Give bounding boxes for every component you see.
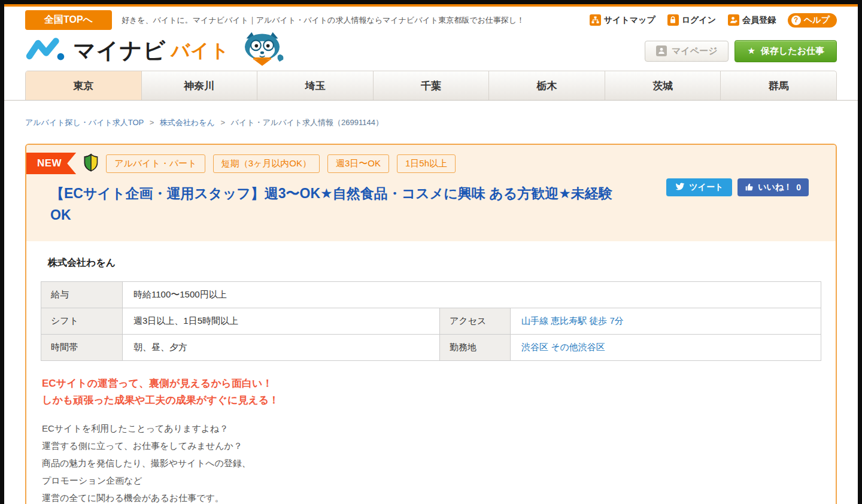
table-row-salary: 給与 時給1100〜1500円以上 [41,282,821,308]
salary-header: 給与 [41,282,123,308]
salary-value: 時給1100〜1500円以上 [123,282,821,308]
header-buttons: マイページ ★ 保存したお仕事 [645,40,837,62]
help-button[interactable]: ？ ヘルプ [788,13,837,28]
job-highlight: ECサイトの運営って、裏側が見えるから面白い！ しかも頑張った成果や工夫の成果が… [42,375,821,408]
breadcrumb-link-top[interactable]: アルバイト探し・バイト求人TOP [25,118,144,127]
member-register-label: 会員登録 [742,15,776,26]
national-top-button[interactable]: 全国TOPへ [25,10,112,30]
tag-employment-type[interactable]: アルバイト・パート [106,154,205,173]
breadcrumb-link-company[interactable]: 株式会社わをん [160,118,215,127]
person-icon [656,45,667,56]
site-tagline: 好きを、バイトに。マイナビバイト｜アルバイト・バイトの求人情報ならマイナビバイト… [122,15,524,26]
tab-kanagawa[interactable]: 神奈川 [141,71,257,100]
help-icon: ？ [791,16,801,25]
prefecture-tabbar-wrap: 東京 神奈川 埼玉 千葉 栃木 茨城 群馬 [4,71,858,101]
table-row-time-location: 時間帯 朝、昼、夕方 勤務地 渋谷区 その他渋谷区 [41,335,821,361]
mynavi-wave-logo-icon [25,35,68,66]
site-header: マイナビ バイト [4,32,858,71]
time-header: 時間帯 [41,335,123,361]
sitemap-icon [590,14,601,26]
like-count: 0 [796,183,801,192]
mypage-button[interactable]: マイページ [645,41,729,62]
job-card: NEW アルバイト・パート 短期（3ヶ月以内OK） 週3日〜OK 1日5h以上 [25,144,837,504]
mascot-character [236,31,289,68]
breadcrumb: アルバイト探し・バイト求人TOP > 株式会社わをん > バイト・アルバイト求人… [25,117,837,128]
member-add-icon [728,14,739,26]
saved-jobs-label: 保存したお仕事 [761,45,824,57]
shift-header: シフト [41,308,123,335]
login-link[interactable]: ログイン [667,14,716,26]
breadcrumb-separator: > [150,118,154,127]
tab-tokyo[interactable]: 東京 [26,71,141,100]
highlight-line: ECサイトの運営って、裏側が見えるから面白い！ [42,375,821,392]
star-icon: ★ [747,45,755,56]
prefecture-tabs: 東京 神奈川 埼玉 千葉 栃木 茨城 群馬 [25,71,837,100]
saved-jobs-button[interactable]: ★ 保存したお仕事 [734,40,837,62]
tab-gunma[interactable]: 群馬 [720,71,836,100]
sitemap-label: サイトマップ [604,15,655,26]
access-station-link[interactable]: 山手線 恵比寿駅 徒歩 7分 [521,315,624,326]
breadcrumb-current: バイト・アルバイト求人情報（26991144） [231,118,383,127]
tag-hours-per-day[interactable]: 1日5h以上 [397,154,456,173]
description-line: 商品の魅力を発信したり、撮影やサイトへの登録、 [42,455,821,472]
beginner-mark-icon [84,153,98,174]
job-title: 【ECサイト企画・運用スタッフ】週3〜OK★自然食品・コスメに興味 ある方歓迎★… [50,183,628,226]
tab-tochigi[interactable]: 栃木 [488,71,605,100]
top-utility-bar: 全国TOPへ 好きを、バイトに。マイナビバイト｜アルバイト・バイトの求人情報なら… [4,7,858,32]
company-name: 株式会社わをん [48,257,821,269]
description-line: プロモーション企画など [42,472,821,490]
mypage-label: マイページ [672,45,717,57]
twitter-bird-icon [675,183,685,193]
sitemap-link[interactable]: サイトマップ [590,14,655,26]
tab-saitama[interactable]: 埼玉 [257,71,373,100]
new-badge: NEW [26,153,76,174]
tag-short-term[interactable]: 短期（3ヶ月以内OK） [213,154,320,173]
social-buttons: ツイート いいね！ 0 [666,178,809,196]
access-header: アクセス [440,308,511,335]
tag-days-per-week[interactable]: 週3日〜OK [327,154,389,173]
description-line: 運営の全てに関わる機会があるお仕事です。 [42,490,821,504]
top-links: サイトマップ ログイン 会員登録 ？ ヘルプ [590,13,837,28]
like-label: いいね！ [758,182,792,193]
time-value: 朝、昼、夕方 [123,335,440,361]
shift-value: 週3日以上、1日5時間以上 [123,308,440,335]
login-label: ログイン [682,15,716,26]
table-row-shift-access: シフト 週3日以上、1日5時間以上 アクセス 山手線 恵比寿駅 徒歩 7分 [41,308,821,335]
job-description: ECサイトを利用したことってありますよね？ 運営する側に立って、お仕事をしてみま… [42,420,821,504]
description-line: ECサイトを利用したことってありますよね？ [42,420,821,438]
job-card-body: 株式会社わをん 給与 時給1100〜1500円以上 シフト 週3日以上、1日5時… [26,241,836,504]
badge-row: NEW アルバイト・パート 短期（3ヶ月以内OK） 週3日〜OK 1日5h以上 [40,153,822,174]
lock-icon [667,14,679,26]
job-summary-table: 給与 時給1100〜1500円以上 シフト 週3日以上、1日5時間以上 アクセス… [41,281,821,361]
job-card-header: NEW アルバイト・パート 短期（3ヶ月以内OK） 週3日〜OK 1日5h以上 [26,145,836,241]
description-line: 運営する側に立って、お仕事をしてみませんか？ [42,438,821,455]
location-header: 勤務地 [440,335,511,361]
site-logo[interactable]: マイナビ バイト [25,35,230,66]
thumbs-up-icon [745,183,754,193]
highlight-line: しかも頑張った成果や工夫の成果がすぐに見える！ [42,392,821,409]
member-register-link[interactable]: 会員登録 [728,14,776,26]
tweet-button[interactable]: ツイート [666,178,732,196]
location-value: 渋谷区 その他渋谷区 [511,335,821,361]
logo-text-sub: バイト [171,38,229,63]
location-link[interactable]: 渋谷区 その他渋谷区 [521,342,605,352]
tab-chiba[interactable]: 千葉 [373,71,489,100]
breadcrumb-separator: > [220,118,225,127]
access-value: 山手線 恵比寿駅 徒歩 7分 [511,308,821,335]
logo-text-main: マイナビ [73,36,166,66]
tab-ibaraki[interactable]: 茨城 [605,71,721,100]
help-label: ヘルプ [804,15,830,26]
page: 全国TOPへ 好きを、バイトに。マイナビバイト｜アルバイト・バイトの求人情報なら… [4,4,858,504]
like-button[interactable]: いいね！ 0 [737,178,809,196]
tweet-label: ツイート [689,182,723,193]
